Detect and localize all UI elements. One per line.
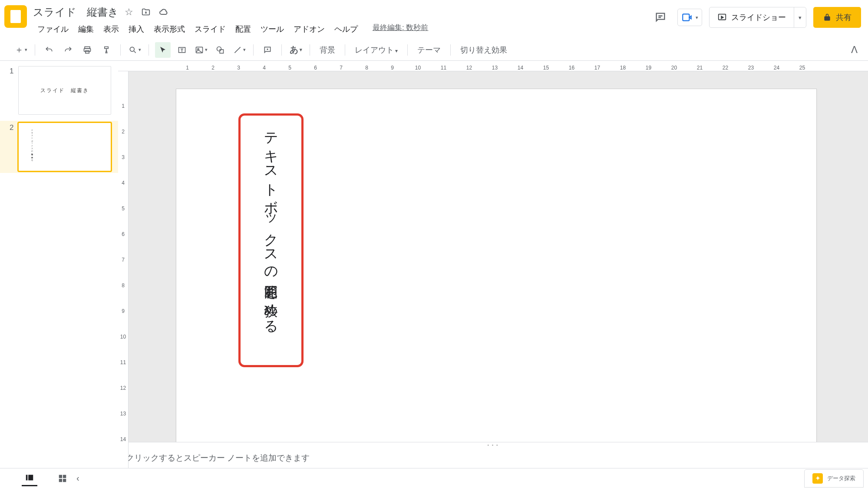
thumbnail-panel: 1 スライド 縦書き 2 テキストボックスの範囲を狭める [0,61,118,471]
line-tool[interactable]: ▾ [231,42,247,58]
ruler-tick: 12 [120,375,126,401]
theme-button[interactable]: テーマ [412,45,446,55]
ruler-tick: 2 [122,119,125,144]
collapse-filmstrip-button[interactable]: ‹ [70,473,86,483]
ruler-tick: 8 [122,272,125,298]
ruler-tick: 9 [122,298,125,324]
collapse-toolbar-button[interactable]: ᐱ [851,44,864,56]
background-button[interactable]: 背景 [314,45,340,55]
explore-label: データ探索 [827,475,855,482]
thumb-1-text: スライド 縦書き [40,87,89,94]
svg-rect-0 [683,14,689,20]
ruler-tick: 22 [713,65,738,71]
comment-add-button[interactable] [260,42,275,58]
zoom-button[interactable]: ▾ [127,42,142,58]
ruler-tick: 24 [764,65,789,71]
svg-rect-16 [63,478,66,481]
ruler-tick: 4 [122,170,125,196]
new-slide-button[interactable]: ＋▾ [13,42,29,58]
comments-icon[interactable] [650,7,670,27]
ruler-tick: 12 [456,65,482,71]
slide-canvas[interactable]: テキストボックスの範囲を狭める [176,89,817,442]
menu-help[interactable]: ヘルプ [330,22,362,37]
star-icon[interactable]: ☆ [125,7,133,18]
transition-button[interactable]: 切り替え効果 [455,45,512,55]
layout-button[interactable]: レイアウト [350,45,403,55]
chevron-down-icon: ▾ [696,15,698,20]
svg-point-5 [130,47,134,51]
ruler-tick: 6 [122,221,125,247]
slide-thumb-1[interactable]: スライド 縦書き [18,66,111,115]
textbox-text: テキストボックスの範囲を狭める [263,123,278,327]
svg-rect-14 [63,475,66,478]
redo-button[interactable] [60,42,76,58]
ruler-tick: 7 [328,65,354,71]
paint-format-button[interactable] [99,42,114,58]
ruler-tick: 10 [120,324,126,349]
ruler-tick: 23 [738,65,764,71]
notes-resize-handle[interactable]: • • • [118,442,868,448]
speaker-notes[interactable]: クリックするとスピーカー ノートを追加できます [118,448,868,471]
ruler-tick: 9 [380,65,405,71]
ruler-tick: 5 [277,65,303,71]
ruler-tick: 8 [354,65,380,71]
vertical-textbox[interactable]: テキストボックスの範囲を狭める [238,113,304,367]
ruler-tick: 5 [122,196,125,221]
slideshow-dropdown[interactable]: ▾ [794,7,806,27]
svg-rect-15 [59,478,62,481]
ruler-tick: 13 [120,401,126,426]
menu-format[interactable]: 表示形式 [149,22,189,37]
ruler-tick: 7 [122,247,125,272]
svg-rect-13 [59,475,62,478]
print-button[interactable] [79,42,95,58]
ruler-tick: 10 [405,65,431,71]
move-to-folder-icon[interactable] [141,7,151,17]
document-title[interactable]: スライド 縦書き [33,5,119,19]
textbox-tool[interactable] [174,42,190,58]
ruler-tick: 1 [122,93,125,119]
explore-button[interactable]: ✦ データ探索 [804,469,864,488]
horizontal-ruler[interactable]: 1234567891011121314151617181920212223242… [118,61,868,71]
cloud-status-icon[interactable] [158,7,169,17]
undo-button[interactable] [41,42,57,58]
ruler-tick: 25 [789,65,815,71]
ruler-tick: 19 [636,65,661,71]
present-with-meet-button[interactable]: ▾ [677,9,702,26]
slideshow-button[interactable]: スライドショー [710,7,794,27]
slides-app-icon[interactable] [4,5,27,28]
menu-tools[interactable]: ツール [256,22,288,37]
input-tools-button[interactable]: あ▾ [288,42,304,58]
ruler-tick: 2 [200,65,226,71]
ruler-tick: 16 [559,65,584,71]
svg-point-9 [217,46,221,51]
svg-rect-10 [220,50,223,53]
menu-view[interactable]: 表示 [99,22,123,37]
menu-addons[interactable]: アドオン [289,22,329,37]
menu-arrange[interactable]: 配置 [231,22,255,37]
svg-rect-12 [28,475,33,481]
slideshow-label: スライドショー [731,12,786,23]
ruler-tick: 1 [175,65,200,71]
ruler-tick: 4 [251,65,277,71]
share-button[interactable]: 共有 [813,7,861,28]
select-tool[interactable] [155,42,171,58]
ruler-tick: 14 [120,426,126,452]
menu-file[interactable]: ファイル [33,22,73,37]
shape-tool[interactable] [212,42,228,58]
thumb-2-text: テキストボックスの範囲を狭める [31,128,33,161]
grid-view-button[interactable] [55,471,70,486]
ruler-tick: 3 [226,65,251,71]
ruler-tick: 21 [687,65,713,71]
filmstrip-view-button[interactable] [22,471,37,486]
thumb-number: 2 [10,123,18,171]
svg-rect-11 [26,475,28,481]
menu-insert[interactable]: 挿入 [124,22,149,37]
menu-edit[interactable]: 編集 [74,22,98,37]
ruler-tick: 11 [120,349,126,375]
ruler-tick: 6 [303,65,328,71]
last-edit-link[interactable]: 最終編集: 数秒前 [373,23,428,37]
vertical-ruler[interactable]: 1234567891011121314 [118,71,129,471]
image-tool[interactable]: ▾ [193,42,209,58]
slide-thumb-2[interactable]: テキストボックスの範囲を狭める [18,123,111,171]
menu-slide[interactable]: スライド [190,22,230,37]
